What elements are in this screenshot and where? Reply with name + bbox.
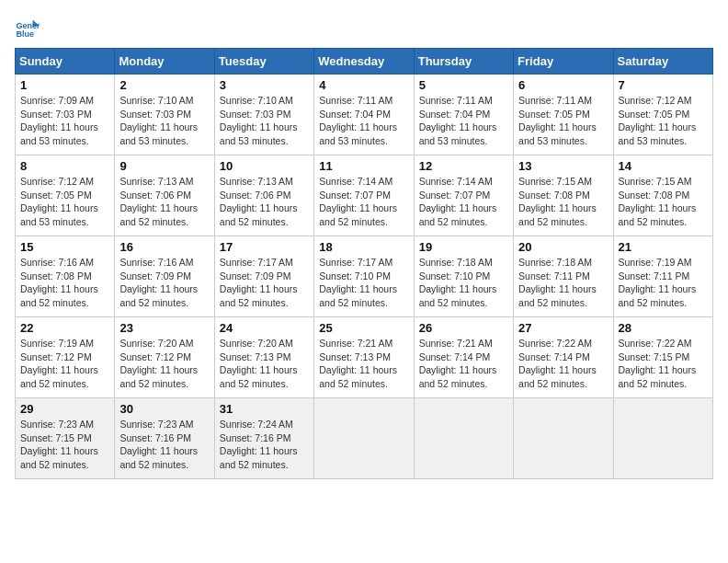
day-info: Sunrise: 7:16 AM Sunset: 7:09 PM Dayligh… — [119, 256, 209, 310]
calendar-day-cell: 7Sunrise: 7:12 AM Sunset: 7:05 PM Daylig… — [613, 75, 712, 155]
calendar-day-cell: 12Sunrise: 7:14 AM Sunset: 7:07 PM Dayli… — [414, 155, 513, 236]
day-info: Sunrise: 7:22 AM Sunset: 7:15 PM Dayligh… — [619, 337, 708, 391]
day-of-week-header: Friday — [514, 49, 613, 75]
day-info: Sunrise: 7:24 AM Sunset: 7:16 PM Dayligh… — [220, 418, 309, 472]
calendar-day-cell: 14Sunrise: 7:15 AM Sunset: 7:08 PM Dayli… — [613, 155, 712, 236]
calendar-day-cell: 18Sunrise: 7:17 AM Sunset: 7:10 PM Dayli… — [314, 236, 414, 317]
day-number: 12 — [419, 159, 508, 173]
calendar-day-cell: 8Sunrise: 7:12 AM Sunset: 7:05 PM Daylig… — [16, 155, 115, 236]
day-number: 25 — [319, 321, 408, 335]
day-number: 2 — [119, 78, 209, 92]
day-info: Sunrise: 7:18 AM Sunset: 7:11 PM Dayligh… — [518, 256, 608, 310]
day-of-week-header: Wednesday — [314, 49, 414, 75]
calendar-header-row: SundayMondayTuesdayWednesdayThursdayFrid… — [16, 49, 713, 75]
day-info: Sunrise: 7:19 AM Sunset: 7:11 PM Dayligh… — [619, 256, 708, 310]
day-info: Sunrise: 7:10 AM Sunset: 7:03 PM Dayligh… — [220, 94, 309, 148]
day-number: 22 — [20, 321, 109, 335]
day-number: 11 — [319, 159, 408, 173]
day-info: Sunrise: 7:16 AM Sunset: 7:08 PM Dayligh… — [20, 256, 109, 310]
day-number: 15 — [20, 240, 109, 254]
day-of-week-header: Monday — [115, 49, 214, 75]
day-number: 29 — [20, 402, 109, 416]
calendar-day-cell: 17Sunrise: 7:17 AM Sunset: 7:09 PM Dayli… — [214, 236, 313, 317]
day-number: 3 — [220, 78, 309, 92]
calendar-day-cell — [514, 398, 613, 479]
calendar-day-cell: 24Sunrise: 7:20 AM Sunset: 7:13 PM Dayli… — [214, 317, 313, 398]
day-info: Sunrise: 7:21 AM Sunset: 7:13 PM Dayligh… — [319, 337, 408, 391]
calendar-day-cell: 6Sunrise: 7:11 AM Sunset: 7:05 PM Daylig… — [514, 75, 613, 155]
calendar-day-cell: 21Sunrise: 7:19 AM Sunset: 7:11 PM Dayli… — [613, 236, 712, 317]
day-info: Sunrise: 7:22 AM Sunset: 7:14 PM Dayligh… — [518, 337, 608, 391]
calendar-day-cell: 4Sunrise: 7:11 AM Sunset: 7:04 PM Daylig… — [314, 75, 414, 155]
calendar-day-cell: 29Sunrise: 7:23 AM Sunset: 7:15 PM Dayli… — [16, 398, 115, 479]
day-info: Sunrise: 7:20 AM Sunset: 7:13 PM Dayligh… — [220, 337, 309, 391]
day-number: 18 — [319, 240, 408, 254]
day-number: 24 — [220, 321, 309, 335]
calendar-day-cell: 31Sunrise: 7:24 AM Sunset: 7:16 PM Dayli… — [214, 398, 313, 479]
calendar-day-cell: 20Sunrise: 7:18 AM Sunset: 7:11 PM Dayli… — [514, 236, 613, 317]
day-info: Sunrise: 7:13 AM Sunset: 7:06 PM Dayligh… — [119, 175, 209, 229]
calendar-day-cell: 2Sunrise: 7:10 AM Sunset: 7:03 PM Daylig… — [115, 75, 214, 155]
day-number: 7 — [619, 78, 708, 92]
day-info: Sunrise: 7:12 AM Sunset: 7:05 PM Dayligh… — [20, 175, 109, 229]
calendar-day-cell — [414, 398, 513, 479]
day-number: 19 — [419, 240, 508, 254]
day-info: Sunrise: 7:12 AM Sunset: 7:05 PM Dayligh… — [619, 94, 708, 148]
calendar-day-cell: 15Sunrise: 7:16 AM Sunset: 7:08 PM Dayli… — [16, 236, 115, 317]
calendar-day-cell: 11Sunrise: 7:14 AM Sunset: 7:07 PM Dayli… — [314, 155, 414, 236]
day-info: Sunrise: 7:10 AM Sunset: 7:03 PM Dayligh… — [119, 94, 209, 148]
day-number: 31 — [220, 402, 309, 416]
calendar-day-cell: 16Sunrise: 7:16 AM Sunset: 7:09 PM Dayli… — [115, 236, 214, 317]
logo: General Blue — [15, 15, 44, 40]
calendar-day-cell: 27Sunrise: 7:22 AM Sunset: 7:14 PM Dayli… — [514, 317, 613, 398]
calendar-day-cell — [613, 398, 712, 479]
day-info: Sunrise: 7:13 AM Sunset: 7:06 PM Dayligh… — [220, 175, 309, 229]
calendar-week-row: 8Sunrise: 7:12 AM Sunset: 7:05 PM Daylig… — [16, 155, 713, 236]
day-info: Sunrise: 7:23 AM Sunset: 7:15 PM Dayligh… — [20, 418, 109, 472]
calendar-day-cell: 3Sunrise: 7:10 AM Sunset: 7:03 PM Daylig… — [214, 75, 313, 155]
day-info: Sunrise: 7:20 AM Sunset: 7:12 PM Dayligh… — [119, 337, 209, 391]
day-number: 1 — [20, 78, 109, 92]
day-number: 28 — [619, 321, 708, 335]
day-info: Sunrise: 7:23 AM Sunset: 7:16 PM Dayligh… — [119, 418, 209, 472]
day-number: 14 — [619, 159, 708, 173]
calendar-week-row: 22Sunrise: 7:19 AM Sunset: 7:12 PM Dayli… — [16, 317, 713, 398]
calendar-day-cell: 10Sunrise: 7:13 AM Sunset: 7:06 PM Dayli… — [214, 155, 313, 236]
day-number: 6 — [518, 78, 608, 92]
calendar-week-row: 1Sunrise: 7:09 AM Sunset: 7:03 PM Daylig… — [16, 75, 713, 155]
day-number: 10 — [220, 159, 309, 173]
day-number: 20 — [518, 240, 608, 254]
day-info: Sunrise: 7:18 AM Sunset: 7:10 PM Dayligh… — [419, 256, 508, 310]
day-info: Sunrise: 7:17 AM Sunset: 7:09 PM Dayligh… — [220, 256, 309, 310]
calendar-week-row: 15Sunrise: 7:16 AM Sunset: 7:08 PM Dayli… — [16, 236, 713, 317]
calendar-day-cell: 26Sunrise: 7:21 AM Sunset: 7:14 PM Dayli… — [414, 317, 513, 398]
day-info: Sunrise: 7:15 AM Sunset: 7:08 PM Dayligh… — [518, 175, 608, 229]
day-number: 9 — [119, 159, 209, 173]
calendar-day-cell: 5Sunrise: 7:11 AM Sunset: 7:04 PM Daylig… — [414, 75, 513, 155]
day-of-week-header: Thursday — [414, 49, 513, 75]
day-of-week-header: Tuesday — [214, 49, 313, 75]
page-header: General Blue — [15, 15, 713, 40]
day-number: 21 — [619, 240, 708, 254]
calendar-day-cell: 28Sunrise: 7:22 AM Sunset: 7:15 PM Dayli… — [613, 317, 712, 398]
calendar-week-row: 29Sunrise: 7:23 AM Sunset: 7:15 PM Dayli… — [16, 398, 713, 479]
day-info: Sunrise: 7:15 AM Sunset: 7:08 PM Dayligh… — [619, 175, 708, 229]
day-number: 5 — [419, 78, 508, 92]
day-number: 26 — [419, 321, 508, 335]
day-info: Sunrise: 7:19 AM Sunset: 7:12 PM Dayligh… — [20, 337, 109, 391]
calendar-day-cell: 30Sunrise: 7:23 AM Sunset: 7:16 PM Dayli… — [115, 398, 214, 479]
day-info: Sunrise: 7:11 AM Sunset: 7:04 PM Dayligh… — [419, 94, 508, 148]
calendar-day-cell: 22Sunrise: 7:19 AM Sunset: 7:12 PM Dayli… — [16, 317, 115, 398]
day-number: 16 — [119, 240, 209, 254]
day-number: 8 — [20, 159, 109, 173]
day-info: Sunrise: 7:14 AM Sunset: 7:07 PM Dayligh… — [319, 175, 408, 229]
calendar-day-cell: 23Sunrise: 7:20 AM Sunset: 7:12 PM Dayli… — [115, 317, 214, 398]
day-info: Sunrise: 7:14 AM Sunset: 7:07 PM Dayligh… — [419, 175, 508, 229]
day-number: 27 — [518, 321, 608, 335]
calendar-day-cell — [314, 398, 414, 479]
day-number: 23 — [119, 321, 209, 335]
day-number: 4 — [319, 78, 408, 92]
calendar-table: SundayMondayTuesdayWednesdayThursdayFrid… — [15, 48, 713, 479]
calendar-day-cell: 9Sunrise: 7:13 AM Sunset: 7:06 PM Daylig… — [115, 155, 214, 236]
day-info: Sunrise: 7:17 AM Sunset: 7:10 PM Dayligh… — [319, 256, 408, 310]
